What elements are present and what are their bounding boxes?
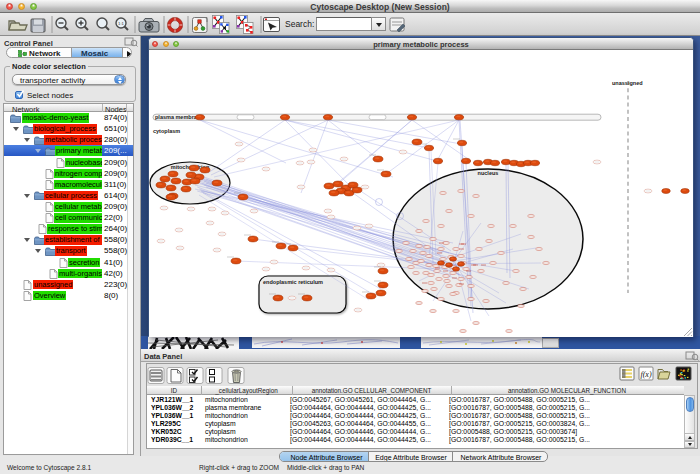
svg-text:1:1: 1:1 (118, 21, 124, 26)
svg-text:cytoplasm: cytoplasm (153, 128, 180, 134)
svg-text:endoplasmic reticulum: endoplasmic reticulum (263, 279, 323, 285)
svg-text:f(x): f(x) (640, 370, 651, 379)
svg-text:nucleus: nucleus (478, 170, 499, 176)
svg-text:unassigned: unassigned (612, 80, 643, 86)
